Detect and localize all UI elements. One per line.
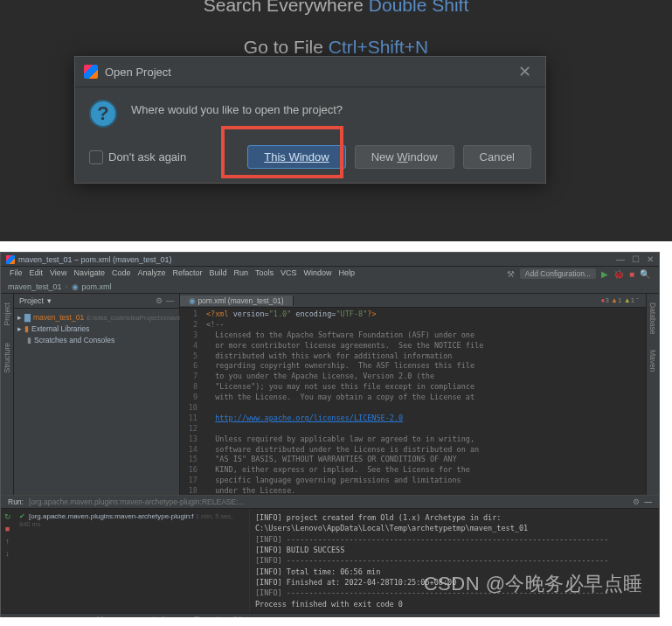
menu-edit[interactable]: Edit [30,268,44,279]
menu-refactor[interactable]: Refactor [172,268,202,279]
status-build[interactable]: ⚒Build [215,616,241,617]
checkbox-box-icon [89,150,103,164]
open-project-dialog-screenshot: Search Everywhere Double Shift Go to Fil… [0,0,672,241]
run-toolbar: ↻ ■ ↑ ↓ [1,509,14,613]
console-line: [INFO] BUILD SUCCESS [255,545,654,555]
intellij-icon [6,255,15,264]
menu-tools[interactable]: Tools [255,268,274,279]
tool-database-tab[interactable]: Database [648,303,657,334]
run-header-label: Run: [8,497,24,506]
menu-code[interactable]: Code [112,268,131,279]
dont-ask-checkbox[interactable]: Don't ask again [89,150,186,164]
xml-file-icon: ◉ [189,296,196,305]
hammer-icon[interactable]: ⚒ [507,269,515,279]
folder-icon: ▇ [24,312,31,323]
status-profiler[interactable]: ◔Profiler [173,616,206,617]
status-terminal[interactable]: ▣Terminal [126,616,164,617]
code-content[interactable]: <?xml version="1.0" encoding="UTF-8"?> <… [201,308,646,495]
breadcrumb-file[interactable]: pom.xml [82,282,112,291]
console-line: Process finished with exit code 0 [255,599,654,609]
menu-vcs[interactable]: VCS [281,268,297,279]
chevron-right-icon: ▸ [17,323,22,335]
checkbox-label: Don't ask again [108,150,186,163]
minimize-icon[interactable]: — [616,254,625,264]
menu-view[interactable]: View [50,268,66,279]
rerun-icon[interactable]: ↻ [4,512,11,521]
right-tool-strip: Database Maven [646,294,659,495]
scratches-icon: ▮ [27,335,31,346]
maximize-icon[interactable]: ☐ [632,254,640,264]
window-title-bar: maven_test_01 – pom.xml (maven_test_01) … [1,253,659,267]
breadcrumb-project[interactable]: maven_test_01 [8,282,62,291]
up-icon[interactable]: ↑ [5,537,10,546]
dialog-title: Open Project [105,66,513,79]
menu-file[interactable]: File [10,268,23,279]
question-icon: ? [89,100,117,128]
run-icon: ▶ [8,616,14,617]
csdn-watermark: CSDN @今晚务必早点睡 [424,571,643,597]
check-icon: ✔ [19,512,25,520]
status-problems[interactable]: ⊘Problems [76,616,117,617]
stop-icon[interactable]: ■ [5,525,10,533]
console-line: [INFO] project created from Old (1.x) Ar… [255,512,654,534]
window-title: maven_test_01 – pom.xml (maven_test_01) [18,255,172,264]
menu-help[interactable]: Help [339,268,356,279]
editor-tab-pom[interactable]: ◉ pom.xml (maven_test_01) [180,296,294,306]
background-hint-goto: Go to File Ctrl+Shift+N [0,37,672,58]
status-todo[interactable]: ≡TODO [39,616,67,617]
menu-analyze[interactable]: Analyze [137,268,165,279]
code-editor[interactable]: 123456789101112131415161718 <?xml versio… [180,308,646,495]
cancel-button[interactable]: Cancel [463,145,531,169]
menu-build[interactable]: Build [209,268,226,279]
down-icon[interactable]: ↓ [5,549,10,558]
intellij-editor-window: maven_test_01 – pom.xml (maven_test_01) … [0,252,660,617]
menu-navigate[interactable]: Navigate [73,268,105,279]
run-tree[interactable]: ✔[org.apache.maven.plugins:maven-archety… [14,509,250,613]
console-line: [INFO] ---------------------------------… [255,555,654,566]
library-icon: ▮ [24,323,29,335]
background-hint-search: Search Everywhere Double Shift [0,0,672,16]
this-window-button[interactable]: This Window [247,145,345,169]
gear-icon[interactable]: ⚙ [633,497,640,506]
dialog-title-bar: Open Project ✕ [75,57,545,87]
new-window-button[interactable]: New Window [355,145,454,169]
stop-icon[interactable]: ■ [629,269,634,279]
xml-file-icon: ◉ [72,282,79,291]
open-project-dialog: Open Project ✕ ? Where would you like to… [74,56,546,184]
tree-root-node[interactable]: ▸ ▇ maven_test_01 E:\idea_code\IdeaProje… [17,312,176,323]
collapse-icon[interactable]: — [166,296,174,305]
menu-bar: File Edit View Navigate Code Analyze Ref… [1,267,659,281]
editor-gutter: 123456789101112131415161718 [180,308,201,495]
tool-project-tab[interactable]: Project [3,303,11,325]
chevron-right-icon: ▸ [17,312,22,323]
tool-structure-tab[interactable]: Structure [3,343,11,373]
close-icon[interactable]: ✕ [647,254,654,264]
tree-external-libraries[interactable]: ▸ ▮ External Libraries [17,323,176,335]
close-icon[interactable]: ✕ [513,62,537,81]
tool-maven-tab[interactable]: Maven [648,350,657,372]
left-tool-strip: Project Structure [1,294,14,495]
chevron-down-icon[interactable]: ▾ [47,296,52,305]
debug-icon[interactable]: 🐞 [613,269,624,279]
editor-area: ◉ pom.xml (maven_test_01) ●3 ▲1 ▲1 ˇ 123… [180,294,646,495]
status-bar: ▶Run ≡TODO ⊘Problems ▣Terminal ◔Profiler… [1,613,659,617]
project-tool-window: Project ▾ ⚙ — ▸ ▇ maven_test_01 E:\idea_… [14,294,180,495]
intellij-icon [84,65,98,79]
project-header-label: Project [19,296,44,305]
run-icon[interactable]: ▶ [601,269,608,279]
collapse-icon[interactable]: — [645,497,653,506]
add-configuration-button[interactable]: Add Configuration... [520,268,596,279]
dialog-message: Where would you like to open the project… [131,100,343,128]
tree-scratches[interactable]: ▮ Scratches and Consoles [17,335,176,346]
gear-icon[interactable]: ⚙ [156,296,163,305]
run-target-label: [org.apache.maven.plugins:maven-archetyp… [29,497,245,506]
breadcrumb: maven_test_01 › ◉ pom.xml [1,281,659,294]
menu-run[interactable]: Run [234,268,249,279]
search-icon[interactable]: 🔍 [640,269,650,279]
console-line: [INFO] ---------------------------------… [255,534,654,545]
menu-window[interactable]: Window [304,268,332,279]
status-run[interactable]: ▶Run [8,616,31,617]
inspection-status[interactable]: ●3 ▲1 ▲1 ˇ [594,296,646,304]
